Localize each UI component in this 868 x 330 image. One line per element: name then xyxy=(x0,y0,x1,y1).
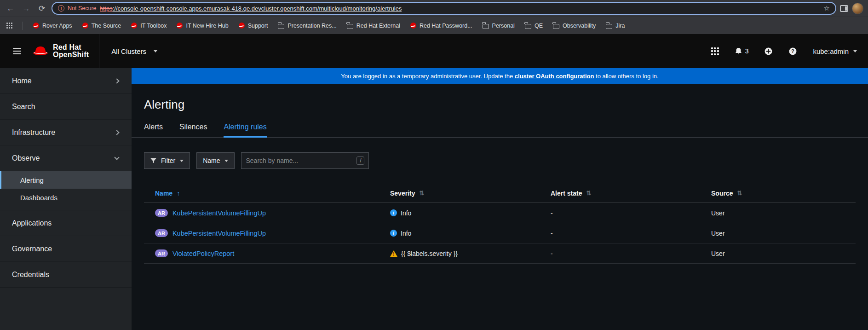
sidebar-item-label: Infrastructure xyxy=(12,128,55,137)
filter-label: Filter xyxy=(161,157,175,164)
filter-icon xyxy=(150,158,156,163)
bookmark-label: IT New Hire Hub xyxy=(186,23,228,29)
name-filter-label: Name xyxy=(203,157,220,164)
column-header-name[interactable]: Name ↑ xyxy=(155,190,390,197)
column-label: Source xyxy=(711,190,733,197)
user-menu-dropdown[interactable]: kube:admin xyxy=(813,47,857,55)
sidebar-item-search[interactable]: Search xyxy=(0,94,132,120)
sidebar-item-alerting[interactable]: Alerting xyxy=(0,171,132,189)
bookmark-item[interactable]: Observability xyxy=(553,23,596,29)
not-secure-label: Not Secure xyxy=(68,5,97,12)
tab-silences[interactable]: Silences xyxy=(179,123,207,137)
brand-logo[interactable]: Red Hat OpenShift xyxy=(32,44,89,58)
bookmark-label: Observability xyxy=(563,23,596,29)
sidebar-item-credentials[interactable]: Credentials xyxy=(0,262,132,288)
help-button[interactable]: ? xyxy=(788,47,797,56)
sort-ascending-icon: ↑ xyxy=(177,190,180,197)
sidebar-item-home[interactable]: Home xyxy=(0,68,132,94)
bookmarks-bar: Rover Apps The Source IT Toolbox IT New … xyxy=(0,17,868,34)
url-bar[interactable]: ! Not Secure https://console-openshift-c… xyxy=(52,2,836,15)
sidebar-item-label: Dashboards xyxy=(20,194,57,202)
redhat-fedora-icon xyxy=(32,46,49,57)
reload-icon[interactable]: ⟳ xyxy=(36,5,48,12)
sidebar-item-label: Home xyxy=(12,77,32,85)
chevron-down-icon xyxy=(114,155,119,160)
chevron-down-icon xyxy=(180,160,184,162)
redhat-icon xyxy=(410,23,416,29)
browser-toolbar: ← → ⟳ ! Not Secure https://console-opens… xyxy=(0,0,868,17)
question-circle-icon: ? xyxy=(788,47,797,56)
bookmark-item[interactable]: IT Toolbox xyxy=(131,23,167,29)
column-header-source[interactable]: Source ⇅ xyxy=(711,190,856,197)
url-rest: ://console-openshift-console.apps.emuras… xyxy=(113,5,402,12)
sort-icon: ⇅ xyxy=(586,190,591,197)
apps-grid-icon[interactable] xyxy=(6,23,12,29)
chevron-down-icon xyxy=(853,50,857,52)
bookmark-item[interactable]: IT New Hire Hub xyxy=(177,23,228,29)
bookmark-label: Support xyxy=(248,23,268,29)
masthead-actions: 3 ? kube:admin xyxy=(711,47,857,56)
rule-name-link[interactable]: KubePersistentVolumeFillingUp xyxy=(172,209,266,217)
sidebar-item-label: Alerting xyxy=(20,176,44,184)
name-filter-dropdown[interactable]: Name xyxy=(196,152,235,169)
bookmark-star-icon[interactable]: ☆ xyxy=(824,4,830,12)
sidebar-item-dashboards[interactable]: Dashboards xyxy=(0,189,132,206)
bookmark-label: Presentation Res... xyxy=(287,23,336,29)
url-scheme: https xyxy=(100,5,113,12)
tab-alerts[interactable]: Alerts xyxy=(144,123,163,137)
column-header-severity[interactable]: Severity ⇅ xyxy=(390,190,551,197)
bookmark-item[interactable]: Personal xyxy=(483,23,515,29)
column-header-alert-state[interactable]: Alert state ⇅ xyxy=(551,190,711,197)
app-launcher-icon[interactable] xyxy=(711,47,719,55)
name-cell: AR KubePersistentVolumeFillingUp xyxy=(155,209,390,217)
warning-icon: ! xyxy=(390,250,397,257)
bookmark-item[interactable]: Jira xyxy=(606,23,625,29)
brand-text: Red Hat OpenShift xyxy=(53,44,89,58)
bookmark-item[interactable]: Presentation Res... xyxy=(278,23,336,29)
bookmark-item[interactable]: Red Hat External xyxy=(347,23,400,29)
brand-line1: Red Hat xyxy=(53,44,89,51)
notifications-button[interactable]: 3 xyxy=(735,47,749,55)
alert-state-cell: - xyxy=(551,230,711,237)
sidebar-item-applications[interactable]: Applications xyxy=(0,210,132,236)
side-panel-icon[interactable] xyxy=(840,5,848,12)
sidebar-group-observe: Observe Alerting Dashboards xyxy=(0,145,132,210)
sidebar-item-governance[interactable]: Governance xyxy=(0,236,132,262)
bookmark-item[interactable]: Red Hat Password... xyxy=(410,23,472,29)
bookmark-item[interactable]: Support xyxy=(239,23,268,29)
rule-name-link[interactable]: KubePersistentVolumeFillingUp xyxy=(172,230,266,237)
main-content: Alerting Alerts Silences Alerting rules … xyxy=(132,84,868,330)
cluster-selector-label: All Clusters xyxy=(111,47,146,55)
bookmark-item[interactable]: The Source xyxy=(82,23,121,29)
username-label: kube:admin xyxy=(813,47,849,55)
oauth-configuration-link[interactable]: cluster OAuth configuration xyxy=(515,73,594,80)
add-button[interactable] xyxy=(764,47,773,56)
back-icon[interactable]: ← xyxy=(5,5,17,12)
bookmark-item[interactable]: Rover Apps xyxy=(33,23,72,29)
bookmark-item[interactable]: QE xyxy=(525,23,543,29)
tab-alerting-rules[interactable]: Alerting rules xyxy=(224,123,266,137)
search-input[interactable] xyxy=(246,157,353,164)
bell-icon xyxy=(735,47,742,55)
folder-icon xyxy=(483,24,489,29)
url-text: https://console-openshift-console.apps.e… xyxy=(100,5,402,12)
forward-icon[interactable]: → xyxy=(20,5,32,12)
bookmark-label: Red Hat External xyxy=(356,23,400,29)
filter-dropdown[interactable]: Filter xyxy=(144,152,190,169)
content-column: You are logged in as a temporary adminis… xyxy=(132,68,868,330)
table-row: AR KubePersistentVolumeFillingUp i Info … xyxy=(144,223,856,243)
rule-name-link[interactable]: ViolatedPolicyReport xyxy=(172,250,234,257)
alerting-rule-badge: AR xyxy=(155,209,168,217)
sidebar-nav: Home Search Infrastructure Observe Alert… xyxy=(0,68,132,330)
sidebar-item-infrastructure[interactable]: Infrastructure xyxy=(0,120,132,145)
source-cell: User xyxy=(711,230,856,237)
chevron-down-icon xyxy=(154,50,157,52)
table-row: AR ViolatedPolicyReport ! {{ $labels.sev… xyxy=(144,243,856,264)
sidebar-item-observe[interactable]: Observe xyxy=(0,145,132,171)
nav-toggle-button[interactable] xyxy=(0,48,32,54)
source-cell: User xyxy=(711,250,856,257)
browser-profile-avatar[interactable] xyxy=(852,3,863,14)
redhat-icon xyxy=(239,23,245,29)
cluster-selector-dropdown[interactable]: All Clusters xyxy=(111,47,157,55)
folder-icon xyxy=(278,24,284,29)
